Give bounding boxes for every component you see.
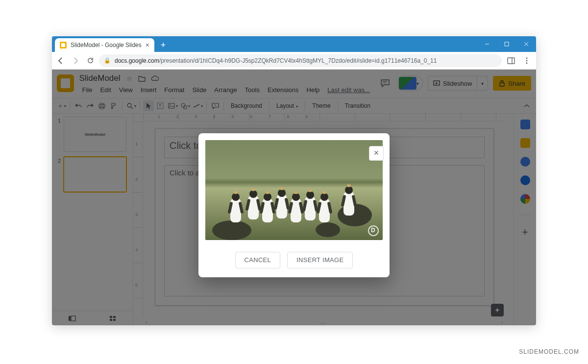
svg-rect-4 — [508, 58, 514, 64]
insert-image-modal: × CANCEL INSERT IMAGE — [198, 133, 390, 277]
svg-point-6 — [526, 57, 528, 59]
svg-rect-1 — [505, 42, 509, 46]
slides-app: SlideModel ☆ File Edit View Insert Forma… — [52, 70, 536, 325]
cancel-button[interactable]: CANCEL — [235, 252, 281, 268]
tab-title: SlideModel - Google Slides — [71, 42, 142, 49]
browser-tab[interactable]: SlideModel - Google Slides × — [55, 38, 154, 52]
nav-back-button[interactable] — [55, 55, 67, 67]
chrome-menu-button[interactable] — [520, 54, 533, 67]
nav-reload-button[interactable] — [84, 55, 96, 67]
new-tab-button[interactable]: + — [157, 39, 169, 51]
window-maximize-button[interactable] — [497, 36, 516, 52]
nav-forward-button[interactable] — [70, 55, 81, 67]
discovery-watermark-icon — [368, 225, 379, 236]
chrome-address-bar: 🔒 docs.google.com/presentation/d/1hICDq4… — [52, 52, 536, 70]
svg-point-7 — [526, 60, 528, 61]
url-path: /presentation/d/1hICDq4-h9DG-J5sp2ZQkRd7… — [159, 57, 437, 64]
insert-image-button[interactable]: INSERT IMAGE — [287, 252, 353, 268]
window-minimize-button[interactable] — [477, 36, 497, 52]
browser-window: SlideModel - Google Slides × + 🔒 docs.go… — [52, 36, 536, 325]
page-watermark: SLIDEMODEL.COM — [519, 348, 579, 355]
url-input[interactable]: 🔒 docs.google.com/presentation/d/1hICDq4… — [99, 54, 502, 67]
svg-point-8 — [526, 62, 528, 64]
lock-icon: 🔒 — [104, 57, 111, 64]
window-close-button[interactable] — [516, 36, 536, 52]
side-panel-toggle-icon[interactable] — [505, 54, 517, 67]
window-controls — [477, 36, 536, 52]
close-tab-icon[interactable]: × — [146, 41, 149, 49]
image-preview — [205, 140, 383, 240]
url-host: docs.google.com — [115, 57, 159, 64]
chrome-titlebar: SlideModel - Google Slides × + — [52, 36, 536, 52]
modal-close-button[interactable]: × — [369, 146, 384, 161]
slides-favicon-icon — [60, 42, 67, 49]
